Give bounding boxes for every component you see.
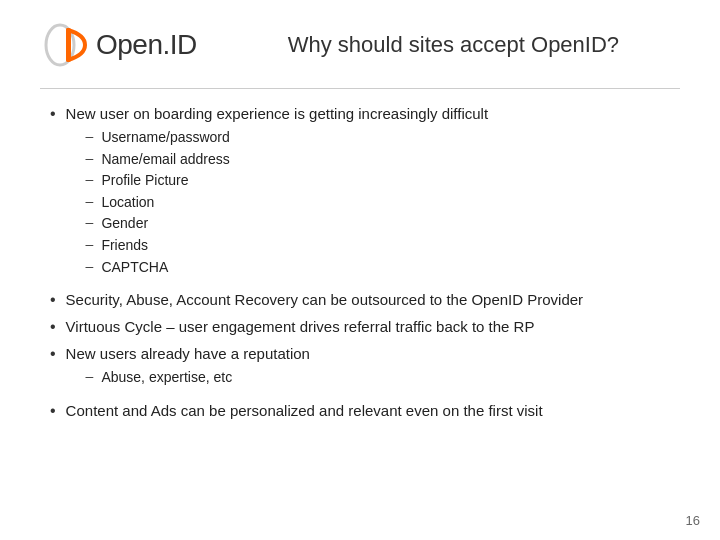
- svg-rect-1: [66, 28, 71, 62]
- page-number: 16: [686, 513, 700, 528]
- bullet-4-sublist: – Abuse, expertise, etc: [86, 368, 310, 388]
- sub-text-5: Gender: [101, 214, 148, 234]
- bullet-4-marker: •: [50, 345, 56, 363]
- sub-item-4-1: – Abuse, expertise, etc: [86, 368, 310, 388]
- bullet-5-marker: •: [50, 402, 56, 420]
- bullet-4-text: New users already have a reputation: [66, 345, 310, 362]
- sub-item-5: – Gender: [86, 214, 488, 234]
- bullet-5: • Content and Ads can be personalized an…: [50, 400, 680, 421]
- slide-title: Why should sites accept OpenID?: [227, 32, 680, 58]
- sub-text-7: CAPTCHA: [101, 258, 168, 278]
- sub-dash-5: –: [86, 214, 94, 230]
- slide-content: • New user on boarding experience is get…: [40, 103, 680, 520]
- sub-text-1: Username/password: [101, 128, 229, 148]
- sub-text-6: Friends: [101, 236, 148, 256]
- bullet-3-text: Virtuous Cycle – user engagement drives …: [66, 316, 535, 337]
- sub-text-4: Location: [101, 193, 154, 213]
- logo-text: Open.ID: [96, 29, 197, 61]
- slide-header: Open.ID Why should sites accept OpenID?: [40, 20, 680, 70]
- bullet-3-marker: •: [50, 318, 56, 336]
- bullet-2-marker: •: [50, 291, 56, 309]
- sub-text-2: Name/email address: [101, 150, 229, 170]
- sub-item-1: – Username/password: [86, 128, 488, 148]
- bullet-5-text: Content and Ads can be personalized and …: [66, 400, 543, 421]
- bullet-3: • Virtuous Cycle – user engagement drive…: [50, 316, 680, 337]
- bullet-4: • New users already have a reputation – …: [50, 343, 680, 394]
- bullet-2-text: Security, Abuse, Account Recovery can be…: [66, 289, 584, 310]
- sub-item-2: – Name/email address: [86, 150, 488, 170]
- sub-dash-1: –: [86, 128, 94, 144]
- bullet-1: • New user on boarding experience is get…: [50, 103, 680, 283]
- bullet-1-marker: •: [50, 105, 56, 123]
- sub-dash-3: –: [86, 171, 94, 187]
- sub-item-7: – CAPTCHA: [86, 258, 488, 278]
- openid-logo-icon: [40, 20, 90, 70]
- sub-text-4-1: Abuse, expertise, etc: [101, 368, 232, 388]
- sub-dash-4-1: –: [86, 368, 94, 384]
- sub-item-6: – Friends: [86, 236, 488, 256]
- sub-dash-2: –: [86, 150, 94, 166]
- slide: Open.ID Why should sites accept OpenID? …: [0, 0, 720, 540]
- sub-text-3: Profile Picture: [101, 171, 188, 191]
- bullet-2: • Security, Abuse, Account Recovery can …: [50, 289, 680, 310]
- bullet-1-sublist: – Username/password – Name/email address…: [86, 128, 488, 277]
- sub-dash-6: –: [86, 236, 94, 252]
- bullet-1-text: New user on boarding experience is getti…: [66, 105, 488, 122]
- sub-dash-7: –: [86, 258, 94, 274]
- sub-dash-4: –: [86, 193, 94, 209]
- logo-area: Open.ID: [40, 20, 197, 70]
- sub-item-3: – Profile Picture: [86, 171, 488, 191]
- sub-item-4: – Location: [86, 193, 488, 213]
- header-divider: [40, 88, 680, 89]
